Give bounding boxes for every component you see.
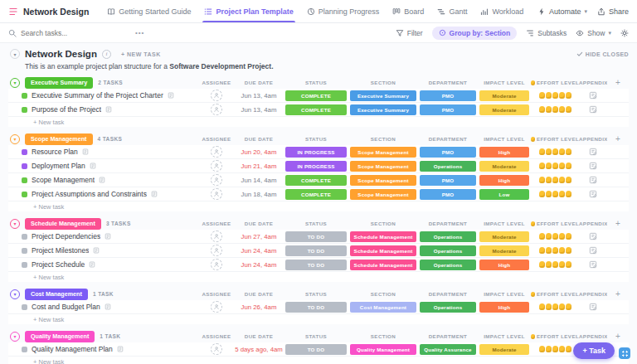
column-header-status[interactable]: STATUS [284, 80, 348, 85]
effort-level-cell[interactable] [531, 247, 579, 254]
column-header-due-date[interactable]: DUE DATE [234, 221, 284, 226]
column-header-assignee[interactable]: ASSIGNEE [199, 80, 234, 85]
column-header-appendix[interactable]: APPENDIX [579, 221, 607, 226]
department-pill[interactable]: Operations [420, 302, 476, 313]
column-header-impact-level[interactable]: IMPACT LEVEL [478, 136, 531, 142]
impact-level-pill[interactable]: High [479, 302, 529, 313]
appendix-cell[interactable] [579, 176, 607, 184]
column-header-appendix[interactable]: APPENDIX [579, 333, 607, 339]
column-header-department[interactable]: DEPARTMENT [418, 291, 478, 297]
assignee-cell[interactable] [199, 231, 234, 242]
task-status-square[interactable] [22, 304, 27, 310]
task-name-cell[interactable]: Scope Management [8, 176, 199, 184]
impact-level-pill[interactable]: Moderate [479, 104, 529, 115]
task-status-square[interactable] [22, 192, 27, 197]
due-date-cell[interactable]: Jun 21, 4am [234, 163, 284, 170]
assignee-cell[interactable] [199, 90, 234, 101]
column-header-section[interactable]: SECTION [348, 136, 418, 142]
column-header-due-date[interactable]: DUE DATE [234, 80, 284, 85]
filter-button[interactable]: Filter [396, 29, 423, 37]
impact-level-pill[interactable]: High [479, 147, 529, 158]
status-pill[interactable]: TO DO [285, 231, 347, 242]
add-column-button[interactable]: + [607, 332, 629, 341]
impact-level-pill[interactable]: Moderate [479, 90, 529, 101]
task-status-square[interactable] [22, 262, 27, 268]
column-header-department[interactable]: DEPARTMENT [418, 333, 478, 339]
assignee-cell[interactable] [199, 146, 234, 158]
assignee-cell[interactable] [199, 160, 234, 172]
due-date-cell[interactable]: Jun 13, 4am [234, 92, 284, 99]
impact-level-pill[interactable]: Moderate [479, 161, 529, 172]
section-pill[interactable]: Scope Management [350, 147, 416, 158]
column-header-department[interactable]: DEPARTMENT [418, 221, 478, 226]
task-name-cell[interactable]: Deployment Plan [8, 162, 199, 170]
task-name[interactable]: Project Assumptions and Constraints [32, 190, 147, 198]
group-collapse-icon[interactable]: ▾ [10, 134, 20, 144]
show-button[interactable]: Show ▾ [576, 29, 611, 37]
task-name[interactable]: Executive Summary of the Project Charter [32, 91, 163, 99]
more-options-button[interactable]: ••• [135, 29, 144, 36]
effort-level-cell[interactable] [531, 233, 579, 240]
status-pill[interactable]: COMPLETE [285, 189, 347, 200]
status-pill[interactable]: COMPLETE [285, 175, 347, 186]
task-status-square[interactable] [22, 234, 27, 240]
section-pill[interactable]: Scope Management [350, 161, 416, 172]
impact-level-pill[interactable]: High [479, 175, 529, 186]
section-pill[interactable]: Scope Management [350, 189, 416, 200]
due-date-cell[interactable]: Jun 24, 4am [234, 261, 284, 269]
group-by-pill[interactable]: Group by: Section [432, 27, 518, 40]
group-collapse-icon[interactable]: ▾ [10, 289, 20, 299]
tab-workload[interactable]: Workload [474, 0, 530, 22]
assignee-cell[interactable] [199, 343, 234, 355]
task-status-square[interactable] [22, 93, 27, 99]
new-task-row[interactable]: + New task [8, 272, 629, 282]
task-status-square[interactable] [22, 177, 27, 183]
unassigned-avatar-icon[interactable] [211, 160, 222, 172]
task-status-square[interactable] [22, 149, 27, 155]
column-header-due-date[interactable]: DUE DATE [234, 333, 284, 339]
column-header-effort-level[interactable]: EFFORT LEVEL [531, 136, 579, 142]
info-icon[interactable]: i [102, 50, 111, 59]
column-header-status[interactable]: STATUS [284, 291, 348, 297]
column-header-section[interactable]: SECTION [348, 333, 418, 339]
column-header-status[interactable]: STATUS [284, 136, 348, 142]
column-header-effort-level[interactable]: EFFORT LEVEL [531, 291, 579, 297]
group-name-badge[interactable]: Schedule Management [25, 218, 101, 230]
column-header-impact-level[interactable]: IMPACT LEVEL [478, 333, 531, 339]
tab-getting-started-guide[interactable]: Getting Started Guide [100, 0, 197, 22]
assignee-cell[interactable] [199, 104, 234, 115]
column-header-impact-level[interactable]: IMPACT LEVEL [478, 291, 531, 297]
apps-dock-icon[interactable] [619, 347, 630, 359]
due-date-cell[interactable]: Jun 14, 4am [234, 177, 284, 184]
column-header-status[interactable]: STATUS [284, 333, 348, 339]
add-view-button[interactable]: + View [530, 0, 532, 22]
unassigned-avatar-icon[interactable] [211, 188, 222, 200]
impact-level-pill[interactable]: Moderate [479, 231, 529, 242]
task-name[interactable]: Quality Management Plan [32, 345, 113, 353]
task-name-cell[interactable]: Quality Management Plan [8, 345, 199, 353]
task-status-square[interactable] [22, 248, 27, 254]
unassigned-avatar-icon[interactable] [211, 259, 222, 270]
unassigned-avatar-icon[interactable] [211, 104, 222, 115]
section-pill[interactable]: Schedule Management [350, 245, 416, 256]
unassigned-avatar-icon[interactable] [211, 301, 222, 313]
task-name-cell[interactable]: Project Schedule [8, 260, 199, 269]
department-pill[interactable]: Operations [420, 161, 476, 172]
search-box[interactable] [8, 29, 129, 37]
due-date-cell[interactable]: Jun 18, 4am [234, 191, 284, 198]
impact-level-pill[interactable]: Low [479, 189, 529, 200]
due-date-cell[interactable]: Jun 27, 4am [234, 233, 284, 240]
effort-level-cell[interactable] [531, 261, 579, 268]
assignee-cell[interactable] [199, 245, 234, 256]
assignee-cell[interactable] [199, 259, 234, 270]
task-name-cell[interactable]: Project Milestones [8, 246, 199, 255]
unassigned-avatar-icon[interactable] [211, 146, 222, 158]
new-task-header-button[interactable]: + NEW TASK [121, 51, 161, 57]
appendix-cell[interactable] [579, 246, 607, 255]
department-pill[interactable]: PMO [420, 175, 476, 186]
task-status-square[interactable] [22, 107, 27, 113]
status-pill[interactable]: IN PROGRESS [285, 161, 347, 172]
hide-closed-button[interactable]: HIDE CLOSED [576, 51, 629, 57]
effort-level-cell[interactable] [531, 92, 579, 99]
unassigned-avatar-icon[interactable] [211, 90, 222, 101]
